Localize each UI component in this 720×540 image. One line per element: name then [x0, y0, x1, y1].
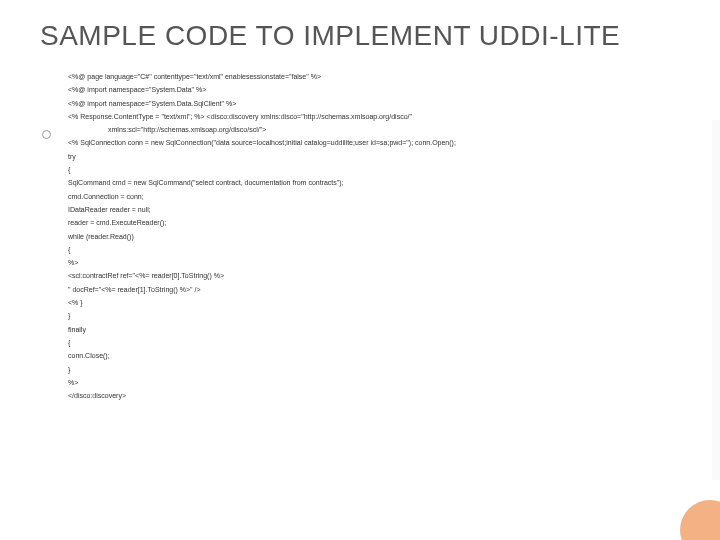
- code-line: {: [68, 163, 680, 176]
- code-line: {: [68, 243, 680, 256]
- code-line: reader = cmd.ExecuteReader();: [68, 216, 680, 229]
- decorative-bar: [712, 120, 720, 480]
- code-line: {: [68, 336, 680, 349]
- code-line: <% }: [68, 296, 680, 309]
- code-line: <scl:contractRef ref="<%= reader[0].ToSt…: [68, 269, 680, 282]
- code-line: <% Response.ContentType = "text/xml"; %>…: [68, 110, 680, 123]
- code-line: }: [68, 363, 680, 376]
- code-line: <% SqlConnection conn = new SqlConnectio…: [68, 136, 680, 149]
- code-line: try: [68, 150, 680, 163]
- code-line: IDataReader reader = null;: [68, 203, 680, 216]
- decorative-circle: [680, 500, 720, 540]
- code-line: %>: [68, 376, 680, 389]
- code-line: SqlCommand cmd = new SqlCommand("select …: [68, 176, 680, 189]
- slide-title: SAMPLE CODE TO IMPLEMENT UDDI-LITE: [40, 20, 680, 52]
- code-line: xmlns:scl="http://schemas.xmlsoap.org/di…: [68, 123, 680, 136]
- code-line: finally: [68, 323, 680, 336]
- code-line: <%@ import namespace="System.Data" %>: [68, 83, 680, 96]
- code-line: conn.Close();: [68, 349, 680, 362]
- code-line: %>: [68, 256, 680, 269]
- code-line: <%@ page language="C#" contenttype="text…: [68, 70, 680, 83]
- code-line: <%@ import namespace="System.Data.SqlCli…: [68, 97, 680, 110]
- code-line: while (reader.Read()): [68, 230, 680, 243]
- code-line: </disco:discovery>: [68, 389, 680, 402]
- code-block: <%@ page language="C#" contenttype="text…: [68, 70, 680, 402]
- code-line: " docRef="<%= reader[1].ToString() %>" /…: [68, 283, 680, 296]
- code-line: }: [68, 309, 680, 322]
- code-line: cmd.Connection = conn;: [68, 190, 680, 203]
- bullet-icon: [42, 130, 51, 139]
